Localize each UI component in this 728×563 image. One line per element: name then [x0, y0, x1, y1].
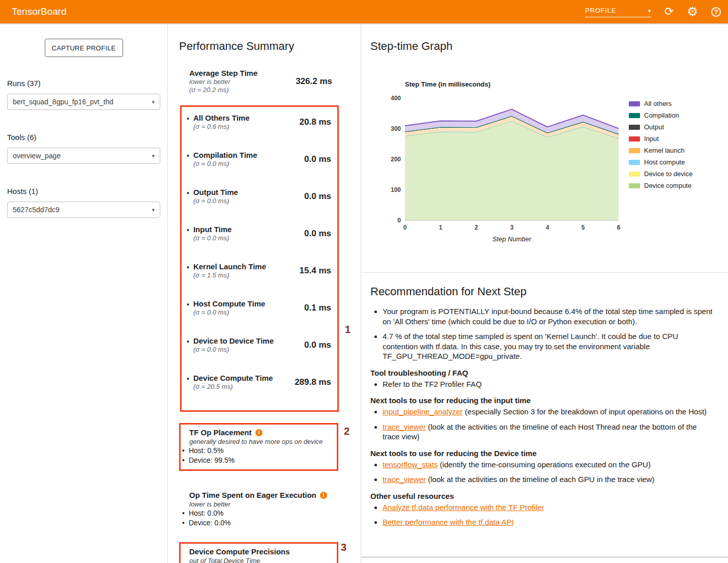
step-time-graph-title: Step-time Graph — [370, 40, 727, 53]
legend-label: Output — [644, 123, 664, 131]
svg-text:100: 100 — [391, 186, 401, 193]
metric-label: Device to Device Time — [193, 336, 274, 346]
annotation-number-1: 1 — [345, 324, 351, 335]
metric-sigma: (σ = 0.0 ms) — [193, 234, 232, 242]
metric-sigma: (σ = 0.0 ms) — [193, 197, 238, 205]
recommendation-section: Recommendation for Next Step Your progra… — [361, 273, 727, 557]
svg-text:1: 1 — [439, 224, 443, 231]
bullet-icon: • — [187, 300, 189, 308]
metric-sigma: (σ = 0.6 ms) — [193, 123, 250, 131]
metric-value: 0.1 ms — [304, 303, 331, 313]
tools-select[interactable]: overview_page ▾ — [7, 148, 160, 164]
runs-select-value: bert_squad_8gpu_fp16_pvt_thd — [13, 98, 113, 106]
runs-field: Runs (37) bert_squad_8gpu_fp16_pvt_thd ▾ — [7, 79, 160, 110]
settings-gear-icon[interactable]: ⚙ — [687, 6, 698, 18]
hosts-label: Hosts (1) — [7, 187, 160, 195]
svg-text:3: 3 — [510, 224, 514, 231]
metric-sigma: (σ = 20.5 ms) — [193, 383, 273, 391]
eager-execution-note: lower is better — [181, 500, 338, 509]
legend-swatch — [629, 113, 640, 118]
metric-row: •Host Compute Time(σ = 0.0 ms)0.1 ms — [186, 299, 331, 317]
metric-value: 20.8 ms — [300, 117, 331, 127]
rec-heading: Next tools to use for reducing the input… — [370, 396, 713, 405]
eager-execution-title: Op Time Spent on Eager Execution — [189, 490, 316, 500]
rec-item: input_pipeline_analyzer (especially Sect… — [383, 407, 713, 417]
legend-item: Host compute — [629, 158, 692, 166]
svg-text:4: 4 — [546, 224, 549, 231]
metric-label: Host Compute Time — [193, 299, 265, 308]
chart-legend: All othersCompilationOutputInputKernel l… — [629, 100, 692, 247]
bullet-icon: • — [187, 263, 189, 271]
dashboard-select[interactable]: PROFILE ▾ — [585, 7, 651, 17]
legend-swatch — [629, 148, 640, 153]
annotation-number-2: 2 — [344, 426, 350, 437]
rec-list: Refer to the TF2 Profiler FAQ — [370, 379, 713, 389]
metric-value: 15.4 ms — [300, 266, 331, 276]
rec-list: Your program is POTENTIALLY input-bound … — [370, 306, 713, 361]
rec-text: (look at the activities on the timeline … — [383, 423, 697, 441]
svg-text:200: 200 — [391, 156, 401, 163]
bullet-icon: • — [187, 189, 189, 197]
rec-item: Refer to the TF2 Profiler FAQ — [383, 379, 713, 389]
hosts-select-value: 5627c5dd7dc9 — [13, 206, 60, 214]
metric-sigma: (σ = 20.2 ms) — [189, 86, 257, 94]
rec-link[interactable]: Better performance with the tf.data API — [383, 518, 514, 526]
rec-heading: Next tools to use for reducing the Devic… — [370, 449, 713, 458]
precisions-note: out of Total Device Time — [181, 556, 333, 563]
runs-select[interactable]: bert_squad_8gpu_fp16_pvt_thd ▾ — [7, 94, 160, 110]
hosts-field: Hosts (1) 5627c5dd7dc9 ▾ — [7, 187, 160, 218]
rec-link[interactable]: tensorflow_stats — [383, 460, 438, 469]
chevron-down-icon: ▾ — [152, 99, 155, 105]
metric-row: •Kernel Launch Time(σ = 1.5 ms)15.4 ms — [186, 262, 331, 279]
bullet-icon: • — [187, 375, 189, 383]
rec-link[interactable]: Analyze tf.data performance with the TF … — [383, 503, 544, 512]
legend-label: Kernel launch — [644, 147, 685, 154]
rec-text: (especially Section 3 for the breakdown … — [463, 407, 707, 416]
tf-op-placement-box: TF Op Placement i generally desired to h… — [179, 423, 338, 471]
sidebar: CAPTURE PROFILE Runs (37) bert_squad_8gp… — [0, 23, 168, 563]
metric-label: Kernel Launch Time — [193, 262, 266, 271]
bullet-icon: • — [187, 115, 189, 123]
svg-text:0: 0 — [403, 224, 407, 231]
metric-value: 289.8 ms — [295, 377, 331, 387]
info-icon[interactable]: i — [255, 429, 263, 436]
metric-row: •Compilation Time(σ = 0.0 ms)0.0 ms — [186, 150, 331, 168]
metric-sigma: (σ = 0.0 ms) — [193, 346, 274, 354]
chart-title: Step Time (in milliseconds) — [405, 80, 626, 88]
metric-row: •All Others Time(σ = 0.6 ms)20.8 ms — [186, 113, 331, 131]
hosts-select[interactable]: 5627c5dd7dc9 ▾ — [7, 202, 160, 218]
rec-text: Your program is POTENTIALLY input-bound … — [383, 307, 712, 326]
capture-profile-button[interactable]: CAPTURE PROFILE — [45, 39, 123, 57]
rec-item: Your program is POTENTIALLY input-bound … — [383, 306, 713, 326]
metric-label: Compilation Time — [193, 150, 257, 160]
metric-label: Average Step Time — [189, 68, 257, 78]
step-time-breakdown-box: •All Others Time(σ = 0.6 ms)20.8 ms•Comp… — [180, 105, 339, 412]
chart-series-area — [405, 121, 619, 220]
legend-swatch — [629, 183, 640, 188]
legend-item: All others — [629, 100, 692, 107]
svg-text:2: 2 — [475, 224, 478, 231]
legend-swatch — [629, 101, 640, 106]
svg-text:5: 5 — [581, 224, 585, 231]
metric-value: 0.0 ms — [304, 340, 331, 350]
rec-text: Refer to the TF2 Profiler FAQ — [383, 380, 482, 388]
annotation-number-3: 3 — [341, 542, 346, 553]
info-icon[interactable]: i — [320, 492, 327, 499]
svg-text:Step Number: Step Number — [492, 235, 532, 243]
svg-text:300: 300 — [391, 125, 401, 132]
bullet-icon: • — [187, 337, 189, 346]
help-icon[interactable]: ? — [711, 7, 721, 17]
legend-item: Device compute — [629, 182, 692, 189]
rec-link[interactable]: trace_viewer — [383, 423, 426, 431]
legend-swatch — [629, 172, 640, 177]
rec-link[interactable]: trace_viewer — [383, 475, 426, 484]
metric-value: 326.2 ms — [296, 76, 332, 87]
rec-item: Better performance with the tf.data API — [383, 517, 713, 527]
list-item: Device: 99.5% — [181, 456, 333, 465]
reload-icon[interactable]: ⟳ — [664, 6, 674, 17]
rec-link[interactable]: input_pipeline_analyzer — [383, 407, 463, 416]
recommendation-title: Recommendation for Next Step — [370, 285, 713, 298]
metric-label: Input Time — [193, 224, 232, 234]
main-panel: Step-time Graph Step Time (in millisecon… — [361, 23, 727, 563]
rec-item: Analyze tf.data performance with the TF … — [383, 502, 713, 513]
